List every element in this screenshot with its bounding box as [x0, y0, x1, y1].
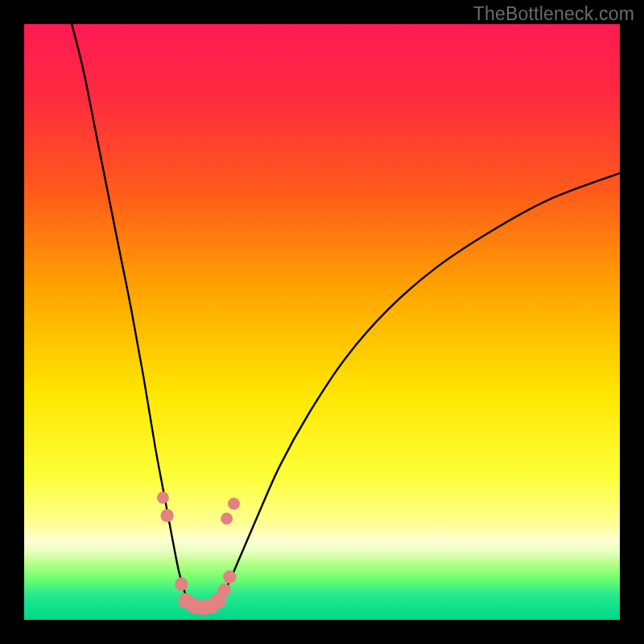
curve-group — [72, 24, 620, 608]
marker-group — [157, 492, 240, 615]
watermark-text: TheBottleneck.com — [473, 3, 634, 25]
highlight-marker — [228, 497, 240, 510]
chart-overlay — [24, 24, 620, 620]
outer-frame: TheBottleneck.com — [0, 0, 644, 644]
highlight-marker — [160, 509, 174, 522]
highlight-marker — [217, 584, 231, 597]
curve-right-branch — [215, 173, 620, 605]
highlight-marker — [175, 577, 188, 591]
highlight-marker — [157, 492, 169, 504]
highlight-marker — [223, 570, 237, 584]
highlight-marker — [221, 513, 233, 525]
plot-area — [24, 24, 620, 620]
